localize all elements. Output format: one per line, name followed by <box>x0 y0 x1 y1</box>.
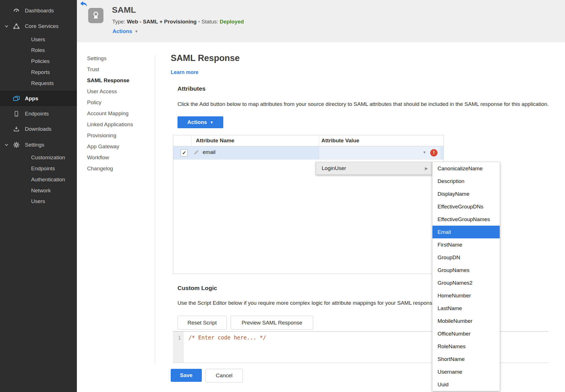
value-menu-loginuser[interactable]: LoginUser ▶ <box>316 162 432 175</box>
loginuser-submenu: CanonicalizeName Description DisplayName… <box>432 162 500 391</box>
reset-script-button[interactable]: Reset Script <box>177 316 227 330</box>
tab-workflow[interactable]: Workflow <box>87 152 144 163</box>
sidebar-item-downloads[interactable]: Downloads <box>0 123 77 135</box>
attributes-table-header: Attribute Name Attribute Value <box>173 135 443 146</box>
menu-option-mobilenumber[interactable]: MobileNumber <box>432 315 500 327</box>
sidebar-subitem-label: Requests <box>31 80 54 86</box>
check-icon: ✓ <box>182 150 186 156</box>
sidebar-item-requests[interactable]: Requests <box>0 78 77 89</box>
column-divider <box>319 135 319 146</box>
column-divider <box>191 135 192 146</box>
sidebar-subitem-label: Users <box>31 36 45 43</box>
tab-account-mapping[interactable]: Account Mapping <box>87 108 144 119</box>
tab-policy[interactable]: Policy <box>87 97 144 108</box>
learn-more-link[interactable]: Learn more <box>171 69 198 75</box>
app-meta: Type: Web - SAML + Provisioning • Status… <box>112 19 244 25</box>
header-actions-menu[interactable]: Actions ▼ <box>112 28 138 34</box>
caret-down-icon: ▼ <box>135 29 138 34</box>
chevron-down-icon <box>3 142 10 148</box>
sidebar-item-label: Endpoints <box>25 111 49 117</box>
tab-provisioning[interactable]: Provisioning <box>87 130 144 141</box>
tab-changelog[interactable]: Changelog <box>87 163 144 174</box>
menu-option-groupnames2[interactable]: GroupNames2 <box>432 276 500 289</box>
edit-pencil-icon[interactable] <box>193 149 199 156</box>
menu-option-rolenames[interactable]: RoleNames <box>432 340 500 353</box>
menu-option-officenumber[interactable]: OfficeNumber <box>432 327 500 340</box>
cancel-button[interactable]: Cancel <box>205 369 243 382</box>
column-attribute-name: Attribute Name <box>196 138 234 144</box>
sidebar-item-users[interactable]: Users <box>0 34 77 45</box>
sidebar-item-reports[interactable]: Reports <box>0 67 77 78</box>
back-arrow-icon[interactable] <box>80 1 87 7</box>
attributes-actions-button[interactable]: Actions ▼ <box>177 116 223 128</box>
sidebar-item-network[interactable]: Network <box>0 185 77 196</box>
menu-option-groupdn[interactable]: GroupDN <box>432 251 500 264</box>
sidebar-item-customization[interactable]: Customization <box>0 152 77 163</box>
menu-option-groupnames[interactable]: GroupNames <box>432 264 500 276</box>
page-title: SAML Response <box>171 53 240 63</box>
type-label: Type: <box>112 19 125 25</box>
attributes-description: Click the Add button below to map attrib… <box>177 101 549 107</box>
tab-linked-applications[interactable]: Linked Applications <box>87 119 144 130</box>
preview-saml-label: Preview SAML Response <box>242 320 302 326</box>
sidebar-item-authentication[interactable]: Authentication <box>0 174 77 185</box>
attribute-value-dropdown[interactable]: ▼ ! <box>319 146 440 159</box>
gauge-icon <box>12 7 20 15</box>
sidebar-item-apps[interactable]: Apps <box>0 91 77 106</box>
tab-saml-response[interactable]: SAML Response <box>87 75 144 86</box>
sidebar-item-dashboards[interactable]: Dashboards <box>0 5 77 17</box>
exclamation-glyph: ! <box>433 150 435 156</box>
menu-option-description[interactable]: Description <box>432 175 500 188</box>
menu-option-username[interactable]: Username <box>432 365 500 378</box>
sidebar-item-settings-endpoints[interactable]: Endpoints <box>0 163 77 174</box>
sidebar-item-roles[interactable]: Roles <box>0 45 77 56</box>
tab-settings[interactable]: Settings <box>87 53 144 64</box>
app-subnav: Settings Trust SAML Response User Access… <box>87 53 144 174</box>
preview-saml-response-button[interactable]: Preview SAML Response <box>231 316 313 330</box>
menu-option-displayname[interactable]: DisplayName <box>432 188 500 200</box>
sidebar-item-endpoints[interactable]: Endpoints <box>0 108 77 120</box>
sidebar-item-settings-users[interactable]: Users <box>0 196 77 207</box>
sidebar-subitem-label: Endpoints <box>31 165 55 172</box>
status-label: Status: <box>202 19 218 25</box>
row-checkbox[interactable]: ✓ <box>181 149 188 156</box>
save-label: Save <box>180 372 192 378</box>
sidebar-item-label: Core Services <box>25 23 59 29</box>
chevron-down-icon <box>3 23 10 29</box>
sidebar-item-core-services[interactable]: Core Services <box>0 20 77 32</box>
sidebar-subitem-label: Network <box>31 188 51 194</box>
menu-option-shortname[interactable]: ShortName <box>432 353 500 365</box>
dot-separator: • <box>198 19 200 25</box>
menu-option-lastname[interactable]: LastName <box>432 302 500 315</box>
tab-app-gateway[interactable]: App Gateway <box>87 141 144 152</box>
core-services-icon <box>12 22 20 30</box>
tab-trust[interactable]: Trust <box>87 64 144 75</box>
menu-option-canonicalizename[interactable]: CanonicalizeName <box>432 162 500 175</box>
editor-code[interactable]: /* Enter code here... */ <box>189 334 266 341</box>
caret-right-icon: ▶ <box>425 166 428 171</box>
gear-icon <box>12 141 20 149</box>
sidebar-subitem-label: Customization <box>31 154 65 161</box>
menu-option-firstname[interactable]: FirstName <box>432 238 500 251</box>
menu-option-homenumber[interactable]: HomeNumber <box>432 289 500 302</box>
menu-option-effectivegroupdns[interactable]: EffectiveGroupDNs <box>432 200 500 213</box>
attributes-table: Attribute Name Attribute Value ✓ email ▼… <box>173 135 444 274</box>
table-row: ✓ email ▼ ! <box>173 146 443 160</box>
menu-option-email[interactable]: Email <box>432 226 500 238</box>
sidebar-item-settings[interactable]: Settings <box>0 139 77 151</box>
sidebar-subitem-label: Roles <box>31 47 45 53</box>
sidebar-item-policies[interactable]: Policies <box>0 56 77 67</box>
save-button[interactable]: Save <box>171 369 202 382</box>
menu-option-effectivegroupnames[interactable]: EffectiveGroupNames <box>432 213 500 226</box>
cancel-label: Cancel <box>216 373 232 379</box>
header-actions-label: Actions <box>112 28 132 34</box>
menu-option-uuid[interactable]: Uuid <box>432 378 500 391</box>
custom-logic-description: Use the Script Editor below if you requi… <box>177 300 437 306</box>
custom-logic-heading: Custom Logic <box>177 285 217 291</box>
sidebar: Dashboards Core Services Users Roles Pol… <box>0 0 77 392</box>
sidebar-subitem-label: Users <box>31 198 45 204</box>
status-badge: Deployed <box>220 19 244 25</box>
tab-user-access[interactable]: User Access <box>87 86 144 97</box>
app-root: Dashboards Core Services Users Roles Pol… <box>0 0 565 392</box>
attribute-name-cell: email <box>203 149 215 155</box>
